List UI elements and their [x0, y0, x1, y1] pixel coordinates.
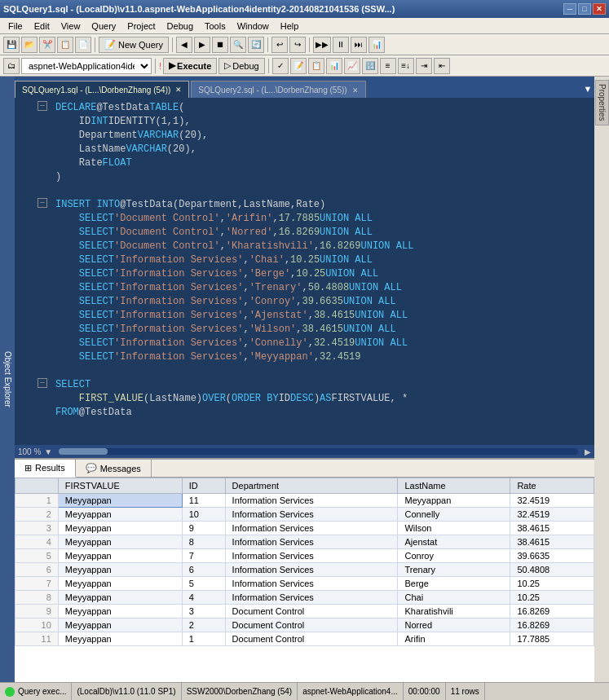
- menu-edit[interactable]: Edit: [29, 20, 55, 33]
- toolbar-btn-21[interactable]: ≡: [380, 58, 396, 74]
- maximize-button[interactable]: □: [578, 3, 591, 15]
- tab2-close[interactable]: ✕: [352, 86, 359, 95]
- sep-2: [172, 37, 173, 52]
- toolbar-btn-20[interactable]: 🔢: [362, 58, 378, 74]
- toolbar-btn-10[interactable]: 🔄: [248, 37, 264, 53]
- close-button[interactable]: ✕: [593, 3, 606, 15]
- tab-bar: SQLQuery1.sql - (L...\DorbenZhang (54)) …: [15, 77, 594, 98]
- table-row: 7Meyyappan5Information ServicesBerge10.2…: [15, 577, 594, 591]
- data-cell: Information Services: [225, 535, 398, 549]
- menu-file[interactable]: File: [3, 20, 28, 33]
- sep-5: [155, 59, 156, 73]
- toolbar-btn-7[interactable]: ▶: [194, 37, 210, 53]
- results-table: FIRSTVALUE ID Department LastName Rate 1…: [15, 478, 594, 646]
- status-db: SSW2000\DorbenZhang (54): [182, 683, 298, 700]
- horizontal-scrollbar[interactable]: [59, 448, 578, 455]
- tab-sqlquery1[interactable]: SQLQuery1.sql - (L...\DorbenZhang (54)) …: [15, 81, 189, 99]
- tab-dropdown-arrow[interactable]: ▼: [581, 80, 594, 98]
- toolbar-btn-16[interactable]: 📝: [290, 58, 307, 74]
- toolbar-btn-13[interactable]: ⏭: [351, 37, 367, 53]
- col-header-department: Department: [225, 478, 398, 494]
- table-row: 8Meyyappan4Information ServicesChai10.25: [15, 591, 594, 605]
- code-line-7: [55, 184, 591, 198]
- data-cell: 3: [182, 605, 225, 619]
- zoom-level: 100 %: [18, 447, 41, 456]
- data-cell: Meyyappan: [58, 508, 182, 522]
- new-query-button[interactable]: 📝 New Query: [99, 37, 169, 53]
- main-area: Object Explorer SQLQuery1.sql - (L...\Do…: [0, 77, 609, 682]
- toolbar-btn-14[interactable]: 📊: [368, 37, 385, 53]
- row-num-cell: 10: [15, 619, 59, 632]
- data-cell: Information Services: [225, 563, 398, 577]
- toolbar-btn-22[interactable]: ≡↓: [398, 58, 414, 74]
- toolbar-btn-5[interactable]: 📄: [75, 37, 91, 53]
- undo-button[interactable]: ↩: [271, 37, 288, 53]
- toolbar-btn-4[interactable]: 📋: [57, 37, 73, 53]
- code-line-4: LastName VARCHAR(20),: [55, 143, 591, 156]
- toolbar-btn-3[interactable]: ✂️: [39, 37, 55, 53]
- toolbar-btn-1[interactable]: 💾: [3, 37, 20, 53]
- menu-debug[interactable]: Debug: [162, 20, 198, 33]
- data-cell: 10.25: [510, 591, 594, 605]
- results-tab-results[interactable]: ⊞ Results: [15, 460, 76, 478]
- row-num-cell: 9: [15, 605, 59, 619]
- status-query-text: Query exec...: [18, 687, 66, 696]
- data-cell: Meyyappan: [58, 522, 182, 535]
- toolbar-btn-8[interactable]: ⏹: [212, 37, 228, 53]
- data-cell: Meyyappan: [398, 494, 510, 508]
- tab-sqlquery2[interactable]: SQLQuery2.sql - (L...\DorbenZhang (55)) …: [191, 81, 365, 99]
- data-cell: Meyyappan: [58, 563, 182, 577]
- zoom-dropdown-icon[interactable]: ▼: [44, 447, 52, 456]
- obj-explorer-toggle[interactable]: 🗂: [3, 58, 20, 74]
- data-cell: 38.4615: [510, 535, 594, 549]
- scroll-right-arrow[interactable]: ▶: [585, 447, 591, 456]
- object-explorer-sidebar[interactable]: Object Explorer: [0, 77, 15, 682]
- code-line-9: SELECT 'Document Control','Arifin',17.78…: [55, 212, 591, 226]
- toolbar-btn-9[interactable]: 🔍: [230, 37, 246, 53]
- data-cell: 2: [182, 619, 225, 632]
- fold-icon-21[interactable]: ─: [38, 378, 47, 388]
- code-editor[interactable]: ─ DECLARE @TestData TABLE( ID INT IDENTI…: [15, 98, 594, 445]
- toolbar-btn-12[interactable]: ⏸: [333, 37, 349, 53]
- minimize-button[interactable]: ─: [563, 3, 576, 15]
- results-tab-messages[interactable]: 💬 Messages: [76, 460, 152, 477]
- properties-tab[interactable]: Properties: [595, 80, 609, 125]
- toolbar-btn-2[interactable]: 📂: [21, 37, 38, 53]
- menu-window[interactable]: Window: [232, 20, 274, 33]
- results-table-container[interactable]: FIRSTVALUE ID Department LastName Rate 1…: [15, 478, 594, 682]
- execute-icon: !: [159, 61, 161, 71]
- results-table-icon: ⊞: [24, 463, 32, 473]
- editor-container: SQLQuery1.sql - (L...\DorbenZhang (54)) …: [15, 77, 594, 682]
- toolbar-btn-23[interactable]: ⇥: [416, 58, 432, 74]
- toolbar-btn-19[interactable]: 📈: [344, 58, 360, 74]
- toolbar-btn-15[interactable]: ✓: [272, 58, 289, 74]
- data-cell: Chai: [398, 591, 510, 605]
- menu-help[interactable]: Help: [276, 20, 304, 33]
- execute-button[interactable]: ▶ Execute: [163, 58, 217, 74]
- code-line-20: [55, 364, 591, 378]
- code-line-6: ): [55, 170, 591, 184]
- code-line-22: FIRST_VALUE(LastName) OVER (ORDER BY ID …: [55, 392, 591, 406]
- toolbar-btn-6[interactable]: ◀: [176, 37, 192, 53]
- toolbar-btn-24[interactable]: ⇤: [434, 58, 450, 74]
- menu-query[interactable]: Query: [86, 20, 121, 33]
- redo-button[interactable]: ↪: [289, 37, 306, 53]
- toolbar-btn-11[interactable]: ▶▶: [313, 37, 331, 53]
- fold-icon-8[interactable]: ─: [38, 198, 47, 208]
- menu-tools[interactable]: Tools: [200, 20, 231, 33]
- col-header-id: ID: [182, 478, 225, 494]
- debug-button[interactable]: ▷ Debug: [218, 58, 264, 74]
- data-cell: Information Services: [225, 591, 398, 605]
- toolbar-btn-17[interactable]: 📋: [308, 58, 324, 74]
- code-line-8: ─ INSERT INTO @TestData(Department,LastN…: [55, 198, 591, 212]
- menu-view[interactable]: View: [56, 20, 86, 33]
- toolbar-btn-18[interactable]: 📊: [326, 58, 342, 74]
- database-selector[interactable]: aspnet-WebApplication4ide...: [21, 58, 152, 74]
- fold-icon-1[interactable]: ─: [38, 101, 47, 111]
- menu-project[interactable]: Project: [122, 20, 160, 33]
- tab1-close[interactable]: ✕: [175, 86, 182, 94]
- table-row: 5Meyyappan7Information ServicesConroy39.…: [15, 549, 594, 563]
- scrollbar-thumb[interactable]: [59, 448, 108, 455]
- col-header-rate: Rate: [510, 478, 594, 494]
- data-cell: Berge: [398, 577, 510, 591]
